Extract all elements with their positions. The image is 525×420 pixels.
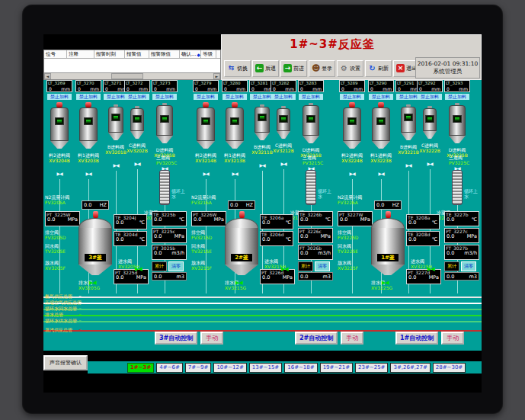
scroll-right-icon[interactable]: ► [213,73,220,79]
clear-button[interactable]: 清零 [168,261,184,271]
feed-tank[interactable] [423,106,437,139]
reactor-body: 3#釜 [78,228,112,265]
feed-status-label[interactable]: 禁止加料 [76,94,101,100]
feed-valve-icon[interactable] [134,154,139,168]
feed-valve-icon[interactable] [378,164,383,178]
feed-valve-icon[interactable] [259,155,264,170]
toolbar-button-switch[interactable]: ⇆切换 [224,60,251,77]
feed-tank[interactable] [277,106,290,139]
scroll-left-icon[interactable]: ◄ [44,73,51,79]
manual-button[interactable]: 手动 [441,332,464,345]
toolbar-button-login[interactable]: ☻登录 [309,60,335,77]
valve-name: C进料阀 [419,143,440,148]
feed-tank[interactable] [108,104,123,140]
green-valve-icon[interactable]: ▶◀ [135,266,142,272]
reactor-vessel[interactable]: 1#釜 [371,211,405,275]
valve-tag: PV3215C [303,160,323,165]
toolbar-button-refresh[interactable]: ↻刷新 [365,60,392,77]
feed-status-label[interactable]: 禁止加料 [340,94,364,100]
feed-valve-icon[interactable] [113,155,118,170]
feed-valve-icon[interactable] [232,164,237,178]
feed-status-label[interactable]: 禁止加料 [125,94,149,100]
feed-tank[interactable] [343,102,361,149]
column-label: 报警限值 [151,51,171,58]
feed-valve-icon[interactable] [405,155,411,170]
feed-valve-icon[interactable] [349,164,354,178]
alarm-column-header[interactable]: 报警时刻 [94,50,125,58]
page-button[interactable]: 13#~15# [249,363,282,373]
train-control-group: 1#自动控制手动 [395,332,464,345]
reactor-vessel[interactable]: 3#釜 [78,211,112,275]
alarm-table-scrollbar[interactable]: ◄ ► [44,72,220,79]
manual-button[interactable]: 手动 [200,332,223,345]
alarm-column-header[interactable]: 报警值 [125,50,149,58]
feed-tank[interactable] [50,102,69,149]
toolbar-button-forward[interactable]: →前进 [280,60,307,77]
alarm-column-header[interactable]: 等级 [201,50,216,58]
manual-button[interactable]: 手动 [341,332,363,345]
condenser[interactable] [159,170,170,205]
condenser[interactable] [306,170,316,205]
green-valve-icon[interactable]: ▶◀ [235,280,242,286]
page-title: 1#~3#反应釜 [252,37,412,52]
tank-cone [79,141,98,149]
clear-button[interactable]: 清零 [461,261,476,271]
green-valve-icon[interactable]: ▶◀ [281,266,288,272]
feed-status-label[interactable]: 禁止加料 [445,94,469,100]
feed-tank[interactable] [79,102,98,149]
feed-tank[interactable] [197,102,215,149]
scrollbar-thumb[interactable] [111,73,143,79]
feed-tank[interactable] [303,103,319,143]
clear-button[interactable]: 清零 [315,261,330,271]
temperature-box: TE_3204J 0.0℃ [114,214,147,229]
alarm-column-header[interactable]: 确认...◆ [180,50,201,58]
page-button[interactable]: 1#~3# [127,363,154,373]
condenser[interactable] [452,170,463,205]
green-valve-icon[interactable]: ▶◀ [382,280,389,286]
page-button[interactable]: 4#~6# [156,363,183,373]
feed-valve-icon[interactable] [427,154,432,168]
feed-status-label[interactable]: 禁止加料 [152,94,177,100]
page-button[interactable]: 23#~25# [355,363,388,373]
reactor-vessel[interactable]: 2#釜 [225,211,258,275]
feed-valve-icon[interactable] [203,164,208,178]
feed-tank[interactable] [156,103,173,143]
valve-name: B进料阀 [398,144,419,149]
sound-alarm-ack-button[interactable]: 声音报警确认 [43,355,88,370]
feed-valve-label: B进料阀 XV3211B [251,144,273,155]
feed-status-label[interactable]: 禁止加料 [299,94,323,100]
toolbar-button-back[interactable]: ←后退 [252,60,279,77]
green-valve-icon[interactable]: ▶◀ [427,266,434,272]
feed-tank[interactable] [372,102,390,149]
feed-tank[interactable] [401,104,416,140]
feed-tank[interactable] [130,106,144,139]
feed-status-label[interactable]: 禁止加料 [369,94,393,100]
alarm-column-header[interactable]: 注释 [67,50,94,58]
page-button[interactable]: 10#~12# [213,363,246,373]
toolbar-button-settings[interactable]: ⚙设置 [337,60,363,77]
feed-tank[interactable] [226,102,244,149]
alarm-column-header[interactable]: 报警限值 [149,50,180,58]
value: 0.0 [154,217,162,223]
page-button[interactable]: 16#~18# [284,363,317,373]
auto-control-button[interactable]: 1#自动控制 [395,332,438,345]
feed-tank[interactable] [449,103,466,143]
feed-status-label[interactable]: 禁止加料 [47,94,72,100]
auto-control-button[interactable]: 3#自动控制 [155,332,197,345]
feed-valve-icon[interactable] [280,154,286,168]
tank-screen [347,117,357,125]
feed-status-label[interactable]: 禁止加料 [222,94,247,100]
page-button[interactable]: 19#~21# [320,363,353,373]
page-button[interactable]: 7#~9# [185,363,212,373]
alarm-column-header[interactable]: 位号 [44,50,67,58]
feed-status-label[interactable]: 禁止加料 [271,94,296,100]
auto-control-button[interactable]: 2#自动控制 [295,332,338,345]
green-valve-icon[interactable]: ▶◀ [89,280,96,286]
feed-tank[interactable] [254,104,270,140]
page-button[interactable]: 3#,26#,27# [390,363,430,373]
feed-status-label[interactable]: 禁止加料 [418,94,442,100]
feed-valve-icon[interactable] [85,164,91,178]
page-button[interactable]: 28#~30# [433,363,466,373]
feed-valve-icon[interactable] [56,164,62,178]
feed-status-label[interactable]: 禁止加料 [194,94,218,100]
